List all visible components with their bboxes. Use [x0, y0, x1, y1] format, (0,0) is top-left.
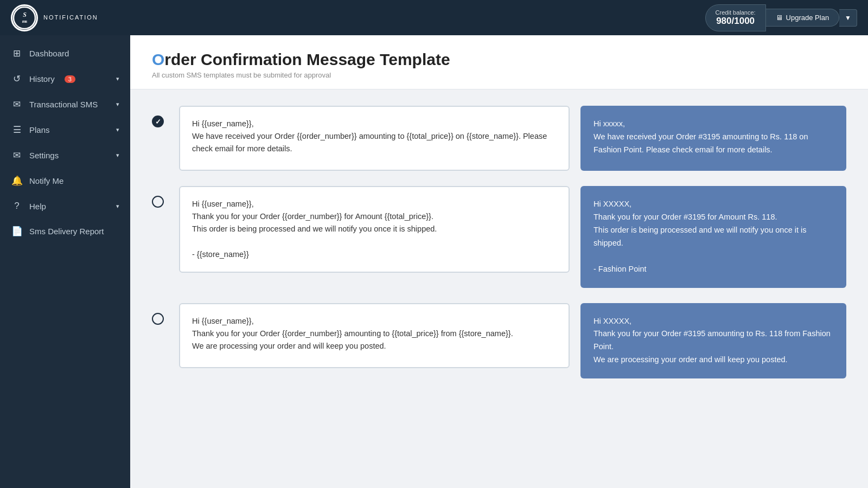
template-left-2[interactable]: Hi {{user_name}}, Thank you for your Ord… — [179, 186, 570, 273]
template-row: Hi {{user_name}}, Thank you for your Ord… — [152, 303, 846, 379]
header-right: Credit balance: 980/1000 🖥 Upgrade Plan … — [705, 4, 857, 31]
sidebar-item-help[interactable]: ? Help ▾ — [0, 194, 130, 219]
credit-label: Credit balance: — [716, 9, 756, 16]
title-rest: rder Confirmation Message Template — [164, 50, 450, 68]
template-radio-2[interactable] — [152, 196, 164, 208]
sidebar-item-settings[interactable]: ✉ Settings ▾ — [0, 143, 130, 168]
template-preview-1: Hi xxxxx, We have received your Order #3… — [580, 106, 846, 171]
upgrade-label: Upgrade Plan — [786, 14, 829, 22]
sidebar-item-label: Dashboard — [29, 49, 69, 58]
radio-col-2 — [152, 186, 179, 208]
sidebar-item-history[interactable]: ↺ History 3 ▾ — [0, 66, 130, 92]
sidebar-item-label: Plans — [29, 125, 50, 134]
transactional-sms-icon: ✉ — [11, 99, 23, 110]
content-header: Order Confirmation Message Template All … — [130, 35, 868, 89]
sidebar-item-plans[interactable]: ☰ Plans ▾ — [0, 117, 130, 143]
upgrade-plan-button[interactable]: 🖥 Upgrade Plan — [766, 9, 840, 27]
template-radio-1[interactable] — [152, 115, 164, 127]
notify-icon: 🔔 — [11, 175, 23, 187]
svg-text:S: S — [23, 11, 27, 18]
content-area: Order Confirmation Message Template All … — [130, 35, 868, 488]
settings-icon: ✉ — [11, 150, 23, 161]
sidebar-item-label: Settings — [29, 151, 59, 160]
svg-text:ms: ms — [22, 18, 28, 24]
page-title: Order Confirmation Message Template — [152, 50, 846, 69]
dashboard-icon: ⊞ — [11, 48, 23, 59]
radio-col-3 — [152, 303, 179, 325]
credit-value: 980/1000 — [716, 16, 756, 27]
sidebar-item-label: Transactional SMS — [29, 100, 98, 109]
template-row: Hi {{user_name}}, We have received your … — [152, 106, 846, 171]
logo-text: NOTIFICATION — [43, 14, 98, 22]
sidebar-item-label: Notify Me — [29, 176, 63, 185]
chevron-down-icon: ▾ — [116, 203, 119, 210]
history-badge: 3 — [65, 75, 75, 83]
template-left-3[interactable]: Hi {{user_name}}, Thank you for your Ord… — [179, 303, 570, 368]
chevron-down-icon: ▾ — [116, 75, 119, 82]
page-subtitle: All custom SMS templates must be submite… — [152, 71, 846, 79]
template-preview-3: Hi XXXXX, Thank you for your Order #3195… — [580, 303, 846, 379]
sidebar-item-notify-me[interactable]: 🔔 Notify Me — [0, 168, 130, 194]
sidebar-item-label: History — [29, 74, 55, 84]
template-row: Hi {{user_name}}, Thank you for your Ord… — [152, 186, 846, 288]
template-left-1[interactable]: Hi {{user_name}}, We have received your … — [179, 106, 570, 171]
sidebar-item-label: Sms Delivery Report — [29, 227, 104, 236]
chevron-down-icon: ▾ — [116, 126, 119, 133]
delivery-report-icon: 📄 — [11, 226, 23, 237]
upgrade-icon: 🖥 — [776, 14, 783, 22]
content-body: Hi {{user_name}}, We have received your … — [130, 89, 868, 488]
credit-badge: Credit balance: 980/1000 — [705, 4, 766, 31]
chevron-down-icon: ▾ — [116, 101, 119, 108]
header: S ms NOTIFICATION Credit balance: 980/10… — [0, 0, 868, 35]
sidebar-item-dashboard[interactable]: ⊞ Dashboard — [0, 41, 130, 66]
history-icon: ↺ — [11, 73, 23, 85]
logo-icon: S ms — [11, 4, 38, 31]
header-dropdown-button[interactable]: ▼ — [839, 9, 857, 27]
template-preview-2: Hi XXXXX, Thank you for your Order #3195… — [580, 186, 846, 288]
sidebar: ⊞ Dashboard ↺ History 3 ▾ ✉ Transactiona… — [0, 35, 130, 488]
logo-area: S ms NOTIFICATION — [11, 4, 98, 31]
sidebar-item-sms-delivery-report[interactable]: 📄 Sms Delivery Report — [0, 219, 130, 244]
chevron-down-icon: ▾ — [116, 152, 119, 159]
sidebar-item-transactional-sms[interactable]: ✉ Transactional SMS ▾ — [0, 92, 130, 117]
title-highlight: O — [152, 50, 164, 68]
sidebar-item-label: Help — [29, 202, 46, 211]
main-layout: ⊞ Dashboard ↺ History 3 ▾ ✉ Transactiona… — [0, 35, 868, 488]
template-radio-3[interactable] — [152, 313, 164, 325]
help-icon: ? — [11, 201, 23, 211]
radio-col-1 — [152, 106, 179, 127]
plans-icon: ☰ — [11, 124, 23, 136]
